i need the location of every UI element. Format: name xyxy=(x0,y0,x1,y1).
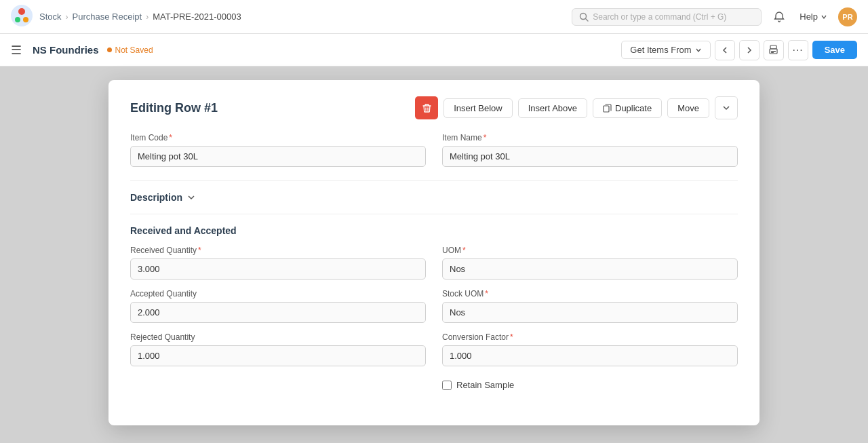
chevron-left-icon xyxy=(721,46,729,54)
get-items-label: Get Items From xyxy=(630,45,691,55)
item-name-group: Item Name* xyxy=(442,133,738,167)
bell-icon xyxy=(773,11,785,23)
trash-icon xyxy=(422,103,432,113)
breadcrumb-purchase-receipt[interactable]: Purchase Receipt xyxy=(73,12,142,22)
uom-label: UOM* xyxy=(442,246,738,255)
help-button[interactable]: Help xyxy=(794,9,833,24)
move-button[interactable]: Move xyxy=(667,98,709,118)
menu-toggle-button[interactable]: ☰ xyxy=(11,40,27,60)
accepted-qty-input[interactable] xyxy=(130,302,426,323)
main-area: Editing Row #1 Insert Below Insert Above xyxy=(0,66,868,443)
modal-actions: Insert Below Insert Above Duplicate Move xyxy=(415,96,738,119)
conversion-factor-input[interactable] xyxy=(442,345,738,366)
nav-next-button[interactable] xyxy=(739,40,760,60)
svg-point-1 xyxy=(18,8,25,15)
insert-below-button[interactable]: Insert Below xyxy=(443,98,513,118)
insert-above-button[interactable]: Insert Above xyxy=(518,98,587,118)
stock-uom-group: Stock UOM* xyxy=(442,289,738,323)
ellipsis-icon: ··· xyxy=(792,44,803,56)
svg-rect-9 xyxy=(771,52,774,53)
rejected-qty-input[interactable] xyxy=(130,345,426,366)
search-bar[interactable]: Search or type a command (Ctrl + G) xyxy=(572,8,762,26)
company-name: NS Foundries xyxy=(33,44,99,56)
breadcrumb-stock[interactable]: Stock xyxy=(39,12,62,22)
chevron-down-icon xyxy=(821,14,827,20)
item-name-label: Item Name* xyxy=(442,133,738,142)
left-qty-col: Received Quantity* Accepted Quantity Rej… xyxy=(130,246,426,390)
not-saved-dot xyxy=(107,47,112,52)
subheader: ☰ NS Foundries Not Saved Get Items From xyxy=(0,34,868,66)
accepted-qty-label: Accepted Quantity xyxy=(130,289,426,298)
svg-point-0 xyxy=(11,5,33,26)
chevron-down-icon xyxy=(695,47,702,54)
received-qty-label: Received Quantity* xyxy=(130,246,426,255)
retain-sample-checkbox[interactable] xyxy=(442,381,452,390)
duplicate-label: Duplicate xyxy=(615,103,652,113)
top-navbar: Stock › Purchase Receipt › MAT-PRE-2021-… xyxy=(0,0,868,34)
not-saved-label: Not Saved xyxy=(115,45,153,55)
svg-point-3 xyxy=(23,17,28,22)
description-label: Description xyxy=(130,192,182,203)
modal-title: Editing Row #1 xyxy=(130,101,218,115)
stock-uom-input[interactable] xyxy=(442,302,738,323)
rejected-qty-label: Rejected Quantity xyxy=(130,332,426,342)
breadcrumb-document-id: MAT-PRE-2021-00003 xyxy=(153,12,241,22)
help-label: Help xyxy=(800,12,818,22)
move-label: Move xyxy=(677,103,699,113)
delete-row-button[interactable] xyxy=(415,96,438,119)
item-code-input[interactable] xyxy=(130,146,426,167)
uom-input[interactable] xyxy=(442,258,738,280)
more-options-button[interactable]: ··· xyxy=(788,40,808,60)
retain-sample-label[interactable]: Retain Sample xyxy=(456,380,514,390)
divider-2 xyxy=(130,214,738,214)
svg-rect-8 xyxy=(771,51,776,52)
svg-rect-6 xyxy=(770,45,776,49)
insert-below-label: Insert Below xyxy=(454,103,502,113)
copy-icon xyxy=(603,104,612,113)
more-row-actions-button[interactable] xyxy=(715,96,738,119)
breadcrumb-sep-2: › xyxy=(146,12,149,22)
print-button[interactable] xyxy=(764,40,784,60)
breadcrumb-sep-1: › xyxy=(66,12,68,22)
app-logo[interactable] xyxy=(11,5,33,28)
breadcrumb: Stock › Purchase Receipt › MAT-PRE-2021-… xyxy=(39,12,572,22)
save-button[interactable]: Save xyxy=(812,41,857,59)
uom-group: UOM* xyxy=(442,246,738,280)
chevron-right-icon xyxy=(745,46,753,54)
item-fields-grid: Item Code* Item Name* xyxy=(130,133,738,167)
received-qty-group: Received Quantity* xyxy=(130,246,426,280)
retain-sample-row: Retain Sample xyxy=(442,380,738,390)
chevron-down-icon xyxy=(722,104,730,112)
duplicate-button[interactable]: Duplicate xyxy=(593,98,662,118)
svg-point-2 xyxy=(15,17,20,22)
accepted-qty-group: Accepted Quantity xyxy=(130,289,426,323)
search-placeholder: Search or type a command (Ctrl + G) xyxy=(593,12,726,22)
svg-rect-10 xyxy=(604,106,609,112)
description-section-toggle[interactable]: Description xyxy=(130,192,738,203)
svg-line-5 xyxy=(586,18,589,21)
subheader-right-actions: Get Items From ··· Save xyxy=(621,40,857,60)
item-name-input[interactable] xyxy=(442,146,738,167)
get-items-from-button[interactable]: Get Items From xyxy=(621,41,710,59)
avatar[interactable]: PR xyxy=(838,7,857,26)
edit-row-modal: Editing Row #1 Insert Below Insert Above xyxy=(108,80,760,425)
item-code-label: Item Code* xyxy=(130,133,426,142)
quantities-grid: Received Quantity* Accepted Quantity Rej… xyxy=(130,246,738,390)
stock-uom-label: Stock UOM* xyxy=(442,289,738,298)
conversion-factor-group: Conversion Factor* xyxy=(442,332,738,366)
conversion-factor-label: Conversion Factor* xyxy=(442,332,738,342)
rejected-qty-group: Rejected Quantity xyxy=(130,332,426,366)
notifications-button[interactable] xyxy=(770,7,789,26)
right-qty-col: UOM* Stock UOM* Conversion Factor* xyxy=(442,246,738,390)
nav-prev-button[interactable] xyxy=(715,40,735,60)
received-accepted-title: Received and Accepted xyxy=(130,225,738,236)
modal-header: Editing Row #1 Insert Below Insert Above xyxy=(130,96,738,119)
divider-1 xyxy=(130,180,738,181)
item-code-group: Item Code* xyxy=(130,133,426,167)
search-icon xyxy=(579,12,589,22)
insert-above-label: Insert Above xyxy=(528,103,577,113)
chevron-down-icon xyxy=(186,193,196,202)
printer-icon xyxy=(768,45,778,55)
received-qty-input[interactable] xyxy=(130,258,426,280)
navbar-actions: Help PR xyxy=(770,7,857,26)
